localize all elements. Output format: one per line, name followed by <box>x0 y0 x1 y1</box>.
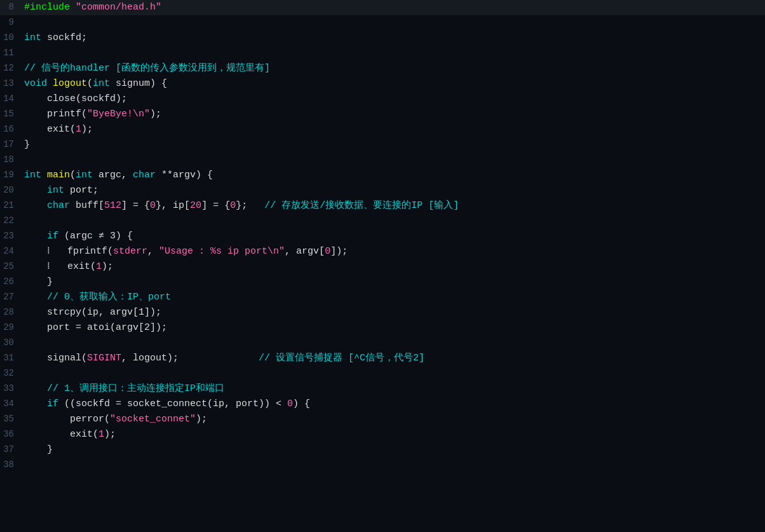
code-line: 14 close(sockfd); <box>0 92 765 107</box>
line-content: perror("socket_connet"); <box>24 412 760 426</box>
code-line: 22 <box>0 214 765 229</box>
line-number: 15 <box>0 107 24 121</box>
code-line: 36 exit(1); <box>0 427 765 442</box>
code-line: 31 signal(SIGINT, logout); // 设置信号捕捉器 [^… <box>0 351 765 366</box>
num-token: 1 <box>96 261 102 272</box>
line-content: } <box>24 275 760 289</box>
line-content: int main(int argc, char **argv) { <box>24 168 760 182</box>
code-line: 9 <box>0 15 765 31</box>
line-content <box>24 366 760 381</box>
plain-token: }; <box>236 200 264 211</box>
line-content: ⁞ exit(1); <box>24 259 760 274</box>
plain-token: strcpy(ip, argv[1]); <box>24 307 161 318</box>
code-line: 19int main(int argc, char **argv) { <box>0 168 765 183</box>
line-content: if ((sockfd = socket_connect(ip, port)) … <box>24 397 760 411</box>
code-line: 16 exit(1); <box>0 122 765 137</box>
line-content: // 0、获取输入：IP、port <box>24 290 760 304</box>
line-number: 36 <box>0 428 24 442</box>
plain-token: } <box>24 276 53 287</box>
line-number: 11 <box>0 46 24 60</box>
num-token: 0 <box>150 200 156 211</box>
line-content: if (argc ≠ 3) { <box>24 229 760 243</box>
line-content: char buff[512] = {0}, ip[20] = {0}; // 存… <box>24 198 760 213</box>
line-content <box>24 214 760 228</box>
plain-token: }, ip[ <box>156 200 190 211</box>
num-token: 0 <box>325 246 330 257</box>
code-line: 38 <box>0 458 765 473</box>
line-content: } <box>24 137 760 152</box>
kw-token: if <box>47 399 64 409</box>
num-token: 1 <box>98 429 104 440</box>
kw-token: int <box>76 170 98 181</box>
str-token: "ByeBye!\n" <box>87 109 150 119</box>
plain-token: ]); <box>330 246 348 257</box>
kw-token: int <box>24 32 47 43</box>
line-number: 33 <box>0 382 24 396</box>
plain-token: ⁞ exit( <box>24 261 96 272</box>
plain-token <box>24 231 47 242</box>
num-token: 512 <box>104 200 121 211</box>
code-line: 18 <box>0 153 765 168</box>
line-number: 22 <box>0 214 24 228</box>
plain-token: ); <box>81 124 93 135</box>
fn-token: main <box>47 170 70 181</box>
plain-token: ); <box>150 109 161 119</box>
plain-token: ] = { <box>121 200 150 211</box>
line-number: 16 <box>0 123 24 137</box>
code-line: 24 ⁞ fprintf(stderr, "Usage : %s ip port… <box>0 244 765 259</box>
line-number: 12 <box>0 62 24 76</box>
code-line: 34 if ((sockfd = socket_connect(ip, port… <box>0 397 765 412</box>
code-line: 8#include "common/head.h" <box>0 0 765 15</box>
plain-token <box>24 292 47 303</box>
line-content: strcpy(ip, argv[1]); <box>24 305 760 320</box>
line-number: 10 <box>0 31 24 45</box>
kw-token: char <box>133 170 161 181</box>
kw-token: char <box>47 200 76 211</box>
code-line: 25 ⁞ exit(1); <box>0 259 765 275</box>
plain-token <box>24 200 47 211</box>
code-editor: 8#include "common/head.h"9 10int sockfd;… <box>0 0 765 532</box>
plain-token: printf( <box>24 109 87 119</box>
plain-token: ); <box>102 261 113 272</box>
line-content: exit(1); <box>24 427 760 442</box>
line-number: 19 <box>0 168 24 182</box>
comment-token: // 存放发送/接收数据、要连接的IP [输入] <box>264 200 459 211</box>
code-line: 27 // 0、获取输入：IP、port <box>0 290 765 305</box>
line-number: 26 <box>0 275 24 289</box>
line-number: 38 <box>0 458 24 472</box>
kw-token: if <box>47 231 64 242</box>
str-token: "socket_connet" <box>110 414 196 425</box>
line-content <box>24 336 760 350</box>
plain-token: ( <box>70 170 76 181</box>
code-line: 37 } <box>0 442 765 458</box>
line-content <box>24 15 760 30</box>
code-line: 28 strcpy(ip, argv[1]); <box>0 305 765 320</box>
line-content: void logout(int signum) { <box>24 76 760 91</box>
line-number: 28 <box>0 306 24 320</box>
macro-path-token: "common/head.h" <box>76 2 161 13</box>
code-line: 13void logout(int signum) { <box>0 76 765 92</box>
comment-token: // 0、获取输入：IP、port <box>47 292 171 303</box>
plain-token: ((sockfd = socket_connect(ip, port)) < <box>64 399 287 409</box>
line-content: exit(1); <box>24 122 760 137</box>
line-number: 37 <box>0 443 24 457</box>
kw-token: int <box>24 170 47 181</box>
num-token: 20 <box>190 200 201 211</box>
special-token: SIGINT <box>87 353 121 364</box>
plain-token: port; <box>70 185 98 196</box>
plain-token <box>24 185 47 196</box>
plain-token: port = atoi(argv[2]); <box>24 322 167 333</box>
line-content <box>24 46 760 60</box>
code-line: 12// 信号的handler [函数的传入参数没用到，规范里有] <box>0 61 765 76</box>
line-content: signal(SIGINT, logout); // 设置信号捕捉器 [^C信号… <box>24 351 760 365</box>
line-content: // 1、调用接口：主动连接指定IP和端口 <box>24 381 760 396</box>
line-number: 18 <box>0 153 24 167</box>
line-number: 14 <box>0 92 24 106</box>
plain-token: , logout); <box>121 353 259 364</box>
plain-token: ); <box>104 429 116 440</box>
line-number: 35 <box>0 413 24 426</box>
plain-token: ) { <box>293 399 310 409</box>
line-number: 17 <box>0 138 24 152</box>
plain-token: perror( <box>24 414 110 425</box>
code-line: 35 perror("socket_connet"); <box>0 412 765 427</box>
